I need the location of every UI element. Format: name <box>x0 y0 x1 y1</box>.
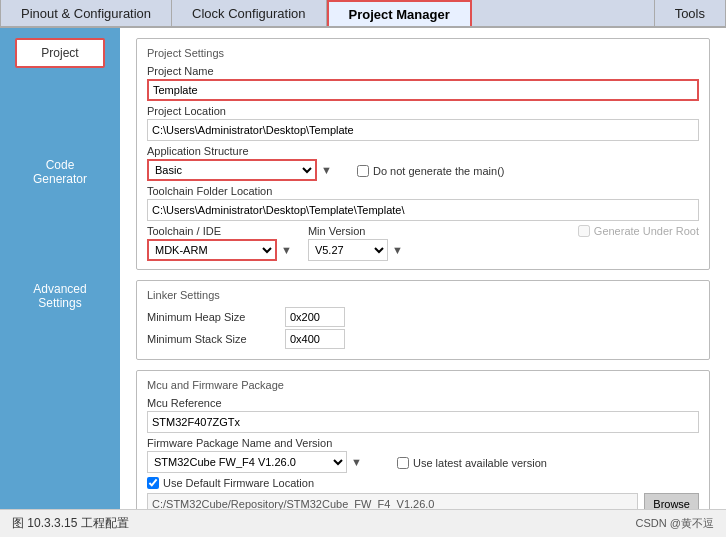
project-location-input[interactable] <box>147 119 699 141</box>
generate-under-root-text: Generate Under Root <box>594 225 699 237</box>
tab-pinout[interactable]: Pinout & Configuration <box>0 0 172 26</box>
sidebar-item-project[interactable]: Project <box>15 38 105 68</box>
firmware-package-select[interactable]: STM32Cube FW_F4 V1.26.0 <box>147 451 347 473</box>
main-layout: Project Code Generator Advanced Settings… <box>0 28 726 509</box>
tab-clock[interactable]: Clock Configuration <box>172 0 326 26</box>
min-stack-input[interactable] <box>285 329 345 349</box>
min-heap-input[interactable] <box>285 307 345 327</box>
generate-under-root-checkbox[interactable] <box>578 225 590 237</box>
content-area: Project Settings Project Name Project Lo… <box>120 28 726 509</box>
toolchain-row: Toolchain / IDE MDK-ARM ▼ Min Version V5… <box>147 225 699 261</box>
firmware-path-input[interactable] <box>147 493 638 509</box>
toolchain-folder-input[interactable] <box>147 199 699 221</box>
firmware-package-row: Firmware Package Name and Version STM32C… <box>147 437 699 473</box>
do-not-generate-checkbox-label[interactable]: Do not generate the main() <box>357 165 504 177</box>
min-version-col: Min Version V5.27 ▼ <box>308 225 403 261</box>
app-structure-label: Application Structure <box>147 145 347 157</box>
project-name-label: Project Name <box>147 65 699 77</box>
linker-settings-section: Linker Settings Minimum Heap Size Minimu… <box>136 280 710 360</box>
mcu-firmware-title: Mcu and Firmware Package <box>147 379 699 391</box>
sidebar-item-advanced-settings[interactable]: Advanced Settings <box>15 276 105 316</box>
use-latest-label: Use latest available version <box>413 457 547 469</box>
sidebar-item-code-generator[interactable]: Code Generator <box>15 152 105 192</box>
use-latest-checkbox[interactable] <box>397 457 409 469</box>
use-default-firmware-checkbox[interactable] <box>147 477 159 489</box>
app-structure-row: Application Structure Basic ▼ Do not gen… <box>147 145 699 181</box>
project-name-field: Project Name <box>147 65 699 101</box>
toolchain-folder-label: Toolchain Folder Location <box>147 185 699 197</box>
linker-settings-title: Linker Settings <box>147 289 699 301</box>
mcu-reference-field: Mcu Reference <box>147 397 699 433</box>
do-not-generate-label: Do not generate the main() <box>373 165 504 177</box>
use-default-firmware-row: Use Default Firmware Location <box>147 477 699 489</box>
tab-project[interactable]: Project Manager <box>327 0 472 26</box>
min-heap-label: Minimum Heap Size <box>147 311 277 323</box>
project-name-input[interactable] <box>147 79 699 101</box>
toolchain-ide-select[interactable]: MDK-ARM <box>147 239 277 261</box>
project-location-label: Project Location <box>147 105 699 117</box>
mcu-reference-input[interactable] <box>147 411 699 433</box>
project-settings-title: Project Settings <box>147 47 699 59</box>
mcu-firmware-section: Mcu and Firmware Package Mcu Reference F… <box>136 370 710 509</box>
use-latest-checkbox-label[interactable]: Use latest available version <box>397 457 547 469</box>
firmware-package-label: Firmware Package Name and Version <box>147 437 387 449</box>
toolchain-ide-label: Toolchain / IDE <box>147 225 292 237</box>
mcu-reference-label: Mcu Reference <box>147 397 699 409</box>
min-stack-label: Minimum Stack Size <box>147 333 277 345</box>
app-structure-select[interactable]: Basic <box>147 159 317 181</box>
firmware-path-row: Browse <box>147 493 699 509</box>
do-not-generate-checkbox[interactable] <box>357 165 369 177</box>
toolchain-folder-field: Toolchain Folder Location <box>147 185 699 221</box>
bottom-caption: 图 10.3.3.15 工程配置 CSDN @黄不逗 <box>0 509 726 537</box>
use-default-firmware-label[interactable]: Use Default Firmware Location <box>147 477 699 489</box>
min-version-select[interactable]: V5.27 <box>308 239 388 261</box>
generate-under-root-label[interactable]: Generate Under Root <box>578 225 699 237</box>
min-heap-row: Minimum Heap Size <box>147 307 699 327</box>
tab-tools[interactable]: Tools <box>654 0 726 26</box>
caption-text: 图 10.3.3.15 工程配置 <box>12 515 129 532</box>
browse-button[interactable]: Browse <box>644 493 699 509</box>
min-stack-row: Minimum Stack Size <box>147 329 699 349</box>
toolchain-ide-col: Toolchain / IDE MDK-ARM ▼ <box>147 225 292 261</box>
sidebar: Project Code Generator Advanced Settings <box>0 28 120 509</box>
min-version-label: Min Version <box>308 225 403 237</box>
project-settings-section: Project Settings Project Name Project Lo… <box>136 38 710 270</box>
use-default-firmware-text: Use Default Firmware Location <box>163 477 314 489</box>
tab-bar: Pinout & Configuration Clock Configurati… <box>0 0 726 28</box>
caption-right: CSDN @黄不逗 <box>636 516 714 531</box>
project-location-field: Project Location <box>147 105 699 141</box>
